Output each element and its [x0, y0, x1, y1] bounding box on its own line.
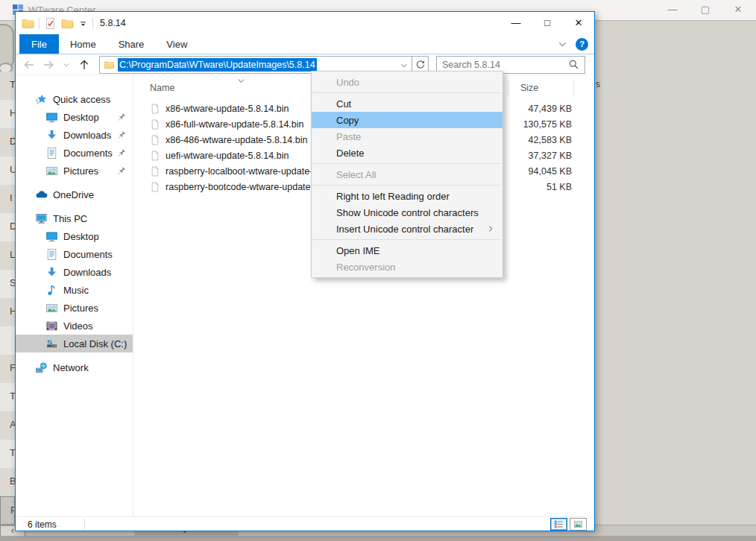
background-table-row-b: B	[0, 468, 15, 496]
help-button[interactable]: ?	[576, 38, 588, 51]
menu-item-reconversion[interactable]: Reconversion	[312, 259, 503, 275]
background-table-row-d: D	[0, 128, 15, 156]
column-header-name[interactable]: Name	[150, 83, 174, 93]
menu-item-delete[interactable]: Delete	[312, 145, 503, 161]
background-table-row-h: H	[0, 298, 15, 326]
arrow-up-icon[interactable]	[78, 59, 90, 71]
sidebar-item-downloads[interactable]: Downloads	[16, 263, 133, 281]
background-table-row-l: L	[0, 241, 15, 270]
menu-item-insert-unicode-control-character[interactable]: Insert Unicode control character	[312, 221, 503, 237]
this-pc-icon	[35, 212, 48, 225]
column-divider[interactable]	[573, 80, 574, 96]
toolbar-separator	[39, 18, 40, 29]
arrow-left-icon[interactable]	[23, 59, 35, 71]
sidebar-item-local-disk-c[interactable]: Local Disk (C:)	[16, 335, 133, 352]
file-icon	[150, 150, 160, 162]
arrow-right-icon[interactable]	[42, 59, 54, 71]
pin-icon	[116, 148, 127, 158]
bg-close-button[interactable]: ✕	[722, 0, 755, 21]
background-table-row-h: H	[0, 100, 15, 128]
background-table-row-s: S	[0, 270, 15, 298]
minimize-button[interactable]: —	[500, 12, 532, 34]
column-divider[interactable]	[508, 80, 508, 96]
folder-icon[interactable]	[61, 17, 74, 30]
navigation-pane: Quick access Desktop Downloads Documents	[16, 75, 133, 516]
background-table-row-t: T	[0, 383, 15, 411]
sidebar-item-pictures[interactable]: Pictures	[16, 299, 133, 317]
menu-item-copy[interactable]: Copy	[312, 112, 503, 128]
menu-item-show-unicode-control-characters[interactable]: Show Unicode control characters	[312, 204, 503, 221]
sidebar-item-videos[interactable]: Videos	[16, 317, 133, 335]
background-table-strip: THDUIDLSHFTATBP	[0, 72, 15, 525]
ribbon-tab-home[interactable]: Home	[59, 34, 107, 54]
folder-icon	[104, 60, 115, 70]
thumbnails-view-button[interactable]	[570, 518, 587, 531]
sidebar-item-network[interactable]: Network	[16, 358, 133, 376]
chevron-down-icon[interactable]	[62, 60, 71, 69]
documents-icon	[45, 147, 58, 159]
sidebar-item-documents[interactable]: Documents	[16, 144, 133, 162]
background-bottom-edge	[0, 536, 756, 541]
file-icon	[150, 103, 160, 115]
sidebar-item-onedrive[interactable]: OneDrive	[16, 186, 133, 203]
quick-access-star-icon	[35, 93, 48, 106]
refresh-icon	[415, 60, 426, 70]
menu-item-open-ime[interactable]: Open IME	[312, 242, 503, 259]
thumbnails-view-icon	[573, 519, 584, 529]
network-icon	[35, 361, 48, 374]
ribbon-tab-file[interactable]: File	[19, 34, 59, 54]
ribbon-tab-share[interactable]: Share	[107, 34, 156, 54]
chevron-down-icon[interactable]	[400, 61, 409, 70]
search-placeholder: Search 5.8.14	[442, 60, 568, 70]
background-table-row-t: T	[0, 440, 15, 468]
sidebar-item-desktop[interactable]: Desktop	[16, 108, 133, 126]
background-table-row-i: I	[0, 185, 15, 213]
menu-item-separator	[312, 92, 502, 93]
navigation-bar: C:\ProgramData\WTware\UpdateImages\5.8.1…	[16, 54, 594, 75]
details-view-button[interactable]	[550, 518, 567, 531]
check-doc-icon[interactable]	[44, 17, 57, 30]
sidebar-item-this-pc[interactable]: This PC	[16, 209, 133, 227]
column-header-size[interactable]: Size	[520, 83, 538, 93]
bg-maximize-button[interactable]: ▢	[689, 0, 722, 21]
sidebar-item-music[interactable]: Music	[16, 281, 133, 299]
file-icon	[150, 165, 160, 177]
details-view-icon	[553, 519, 564, 529]
file-icon	[150, 134, 160, 146]
close-button[interactable]: ✕	[563, 12, 594, 34]
menu-item-paste[interactable]: Paste	[312, 128, 503, 145]
items-count: 6 items	[28, 519, 57, 530]
ribbon-tab-view[interactable]: View	[155, 34, 198, 54]
folder-icon[interactable]	[22, 17, 34, 30]
qat-dropdown-icon[interactable]	[78, 19, 88, 28]
background-table-row-a: A	[0, 411, 15, 440]
menu-item-cut[interactable]: Cut	[312, 95, 503, 112]
file-icon	[150, 118, 160, 130]
desktop-icon	[45, 111, 58, 124]
wtware-center-window-controls: — ▢ ✕	[656, 0, 755, 21]
file-icon	[150, 181, 160, 193]
status-bar: 6 items	[16, 516, 594, 531]
explorer-main: Quick access Desktop Downloads Documents	[16, 75, 594, 516]
menu-item-undo[interactable]: Undo	[312, 74, 503, 90]
maximize-button[interactable]: □	[532, 12, 563, 34]
sidebar-item-documents[interactable]: Documents	[16, 245, 133, 263]
bg-minimize-button[interactable]: —	[656, 0, 689, 21]
sidebar-item-downloads[interactable]: Downloads	[16, 126, 133, 144]
music-icon	[45, 284, 58, 297]
sidebar-item-desktop[interactable]: Desktop	[16, 227, 133, 245]
sidebar-item-quick-access[interactable]: Quick access	[16, 90, 133, 108]
search-icon	[568, 59, 579, 70]
explorer-window-controls: — □ ✕	[500, 12, 594, 34]
menu-item-right-to-left-reading-order[interactable]: Right to left Reading order	[312, 188, 503, 204]
menu-item-select-all[interactable]: Select All	[312, 166, 503, 183]
ribbon-right-controls: ?	[557, 34, 588, 54]
chevron-down-icon[interactable]	[557, 39, 568, 50]
ribbon-tab-bar: FileHomeShareView	[16, 34, 594, 54]
status-separator	[84, 519, 85, 529]
sidebar-item-pictures[interactable]: Pictures	[16, 162, 133, 180]
background-table-row-u: U	[0, 156, 15, 185]
menu-item-separator	[312, 239, 502, 240]
quick-access-toolbar: 5.8.14	[22, 16, 126, 30]
pin-icon	[116, 165, 127, 176]
